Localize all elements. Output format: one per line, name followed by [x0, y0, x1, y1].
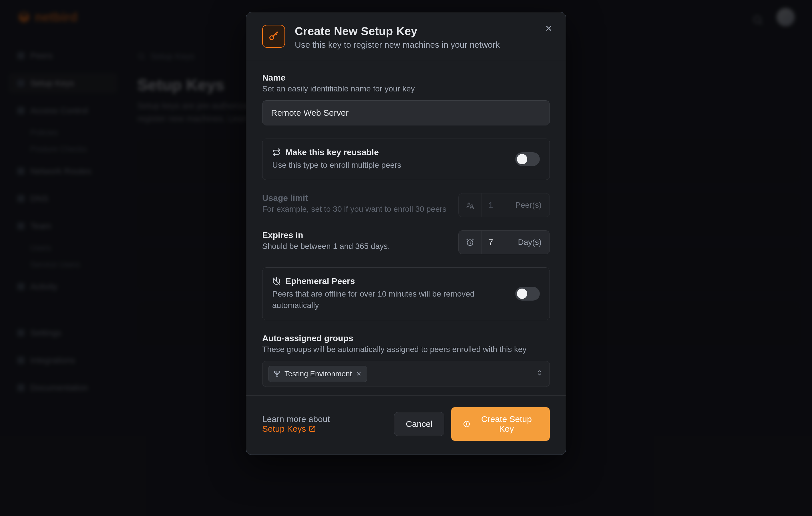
groups-field: Auto-assigned groups These groups will b…: [262, 333, 550, 387]
usage-suffix: Peer(s): [507, 201, 550, 210]
power-off-icon: [272, 277, 281, 285]
plus-circle-icon: [463, 420, 470, 428]
expires-input[interactable]: [482, 237, 510, 247]
clock-icon: [459, 231, 482, 254]
create-setup-key-modal: Create New Setup Key Use this key to reg…: [246, 12, 566, 455]
expires-suffix: Day(s): [510, 238, 550, 247]
group-chip-remove[interactable]: [356, 371, 362, 376]
svg-point-3: [468, 203, 470, 205]
name-label: Name: [262, 73, 550, 83]
usage-help: For example, set to 30 if you want to en…: [262, 205, 447, 214]
expires-help: Should be between 1 and 365 days.: [262, 242, 447, 251]
usage-input[interactable]: [482, 200, 507, 210]
chevron-sort-icon: [536, 369, 543, 378]
peers-icon: [459, 193, 482, 217]
reusable-title: Make this key reusable: [285, 147, 379, 157]
create-setup-key-button[interactable]: Create Setup Key: [451, 407, 550, 441]
name-help: Set an easily identifiable name for your…: [262, 84, 550, 93]
cancel-button[interactable]: Cancel: [394, 412, 444, 436]
ephemeral-title: Ephemeral Peers: [285, 276, 355, 286]
expires-row: Expires in Should be between 1 and 365 d…: [262, 230, 550, 254]
groups-help: These groups will be automatically assig…: [262, 345, 550, 354]
expires-label: Expires in: [262, 230, 447, 240]
reusable-card: Make this key reusable Use this type to …: [262, 139, 550, 180]
modal-header: Create New Setup Key Use this key to reg…: [246, 12, 566, 60]
name-input[interactable]: [262, 100, 550, 125]
network-icon: [273, 370, 281, 377]
groups-label: Auto-assigned groups: [262, 333, 550, 343]
repeat-icon: [272, 148, 281, 157]
usage-limit-row: Usage limit For example, set to 30 if yo…: [262, 193, 550, 217]
modal-footer: Learn more about Setup Keys Cancel Creat…: [246, 395, 566, 455]
ephemeral-card: Ephemeral Peers Peers that are offline f…: [262, 267, 550, 320]
ephemeral-toggle[interactable]: [515, 287, 540, 301]
modal-title: Create New Setup Key: [295, 25, 500, 38]
close-button[interactable]: [543, 23, 554, 34]
usage-input-box: Peer(s): [458, 193, 550, 217]
modal-overlay: Create New Setup Key Use this key to reg…: [0, 0, 812, 516]
groups-select[interactable]: Testing Environment: [262, 361, 550, 387]
usage-label: Usage limit: [262, 193, 447, 203]
learn-more: Learn more about Setup Keys: [262, 414, 380, 434]
modal-subtitle: Use this key to register new machines in…: [295, 40, 500, 50]
reusable-desc: Use this type to enroll multiple peers: [272, 159, 508, 171]
ephemeral-desc: Peers that are offline for over 10 minut…: [272, 288, 508, 311]
group-chip: Testing Environment: [268, 366, 367, 382]
svg-point-4: [471, 205, 473, 207]
external-link-icon: [309, 425, 316, 432]
reusable-toggle[interactable]: [515, 152, 540, 166]
learn-more-link[interactable]: Setup Keys: [262, 424, 316, 434]
key-icon: [262, 25, 285, 48]
name-field: Name Set an easily identifiable name for…: [262, 73, 550, 125]
group-chip-label: Testing Environment: [285, 369, 352, 378]
expires-input-box: Day(s): [458, 230, 550, 254]
